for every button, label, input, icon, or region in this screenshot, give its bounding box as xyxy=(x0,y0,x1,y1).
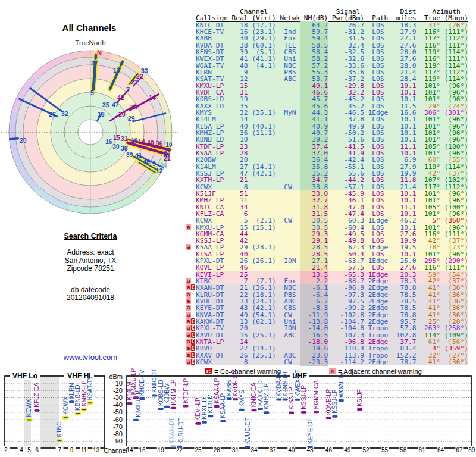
signal-level-chart: VHF LoVHF HiUHFC= Co-channel warninga= A… xyxy=(0,364,476,457)
channel-tick-label: 55 xyxy=(381,447,389,453)
station-label-WOAI-TV: WOAI-TV xyxy=(338,372,345,397)
station-label-KENS-DT: KENS-DT xyxy=(282,371,289,397)
criteria-address: Address: exact xyxy=(25,249,156,257)
station-label-KNIC-DT: KNIC-DT xyxy=(151,368,158,393)
channel-tick-label: 28 xyxy=(214,447,221,453)
warning-markers xyxy=(186,156,196,163)
tvfool-link[interactable]: www.tvfool.com xyxy=(25,353,156,362)
channel-spoke-label: 19 xyxy=(131,137,138,144)
warning-markers xyxy=(186,184,196,190)
station-label-KVUE-DT: KVUE-DT xyxy=(245,418,251,444)
station-label-KSSJ-LP: KSSJ-LP xyxy=(331,389,338,414)
warning-markers xyxy=(186,96,196,102)
dbm-tick-label: -30 xyxy=(113,394,123,401)
dbm-tick-label: -90 xyxy=(113,437,123,445)
channel-axis-label: Channel xyxy=(104,447,127,454)
adjacent-warning-icon: a xyxy=(186,278,191,284)
channel-spoke-label: 7 xyxy=(126,86,130,93)
dbm-tick-label: -10 xyxy=(113,380,123,387)
signal-marker-KXAN-DT xyxy=(171,445,176,447)
cochannel-warning-icon: C xyxy=(191,352,196,358)
channel-tick-label: 6 xyxy=(35,447,39,453)
signal-marker-KMYS xyxy=(239,409,245,411)
station-label-KSAT-TV: KSAT-TV xyxy=(87,375,93,400)
warning-markers xyxy=(186,130,196,136)
signal-marker-KTBC xyxy=(57,439,62,442)
station-label-KAXX-LD: KAXX-LD xyxy=(257,380,264,406)
signal-marker-WOAI-TV xyxy=(339,399,344,402)
adjacent-warning-icon: a xyxy=(186,352,191,358)
signal-marker-KGMM-CA xyxy=(314,411,319,413)
station-label-KABB: KABB xyxy=(226,380,233,396)
channel-tick-label: 64 xyxy=(437,447,444,453)
signal-marker-KEVI-LP xyxy=(195,422,201,425)
adjacent-warning-icon: a xyxy=(186,305,191,311)
warning-markers xyxy=(186,55,196,62)
page-title: All Channels xyxy=(24,23,155,33)
warning-markers: a xyxy=(186,224,196,231)
warning-markers: aC xyxy=(186,352,196,359)
warning-markers xyxy=(186,69,196,76)
station-label-KVDA-DT: KVDA-DT xyxy=(275,371,282,397)
channel-spoke-label: 20 xyxy=(20,137,27,144)
vhf-lo-label: VHF Lo xyxy=(12,372,37,380)
channel-spoke-label: 9 xyxy=(152,160,156,167)
station-label-KSSJ-LP: KSSJ-LP xyxy=(300,385,307,409)
warning-markers xyxy=(186,217,196,224)
channel-spoke-label: 18 xyxy=(98,111,105,118)
channel-tick-label: 13 xyxy=(93,447,100,453)
channel-spoke-label: 30 xyxy=(112,143,120,150)
channel-tick-label: 40 xyxy=(288,447,295,453)
signal-marker-KBNB-LD xyxy=(75,412,80,415)
channel-tick-label: 11 xyxy=(81,447,87,453)
warning-markers xyxy=(186,22,196,29)
adjacent-warning-icon: a xyxy=(186,318,191,324)
signal-marker-KMHZ-LP xyxy=(82,408,87,411)
channel-tick-label: 7 xyxy=(58,447,61,453)
signal-marker-KSSJ-LP xyxy=(301,411,306,414)
station-label-KEVI-LP: KEVI-LP xyxy=(195,397,201,421)
warning-markers xyxy=(186,264,196,271)
signal-marker-K51JF xyxy=(357,408,362,411)
channel-spoke-label: 31 xyxy=(121,135,128,142)
signal-marker-K14LM xyxy=(208,415,213,417)
station-label-KTDF-LP: KTDF-LP xyxy=(183,378,189,403)
station-label-KMHZ-LP: KMHZ-LP xyxy=(263,383,270,409)
warning-markers: a xyxy=(186,292,196,298)
signal-marker-KMHZ-LP xyxy=(264,411,269,414)
station-label-K20BW: K20BW xyxy=(164,383,170,403)
cochannel-warning-icon: C xyxy=(191,318,196,324)
warning-markers xyxy=(186,150,196,156)
channel-spoke-label: 39 xyxy=(126,151,133,158)
signal-marker-KCWX xyxy=(27,419,32,421)
station-label-KSAA-LP: KSAA-LP xyxy=(214,378,220,403)
station-label-KQVE-LP: KQVE-LP xyxy=(325,389,332,415)
station-label-KGMM-CA: KGMM-CA xyxy=(313,380,320,409)
cochannel-warning-icon: C xyxy=(191,345,196,351)
channel-spoke-label: 29 xyxy=(128,115,135,122)
warning-markers xyxy=(186,136,196,143)
warning-markers xyxy=(186,197,196,204)
warning-markers xyxy=(186,258,196,264)
adjacent-legend-text: = Adjacent channel warning xyxy=(338,368,422,375)
channel-tick-label: 14 xyxy=(126,447,133,453)
adjacent-warning-icon: a xyxy=(186,244,191,250)
signal-marker-KEYE-DT xyxy=(308,446,313,448)
channel-tick-label: 58 xyxy=(400,447,407,453)
channel-tick-label: 34 xyxy=(250,447,258,453)
station-label-KXTM-LP: KXTM-LP xyxy=(170,379,177,405)
signal-marker-KHCE-TV xyxy=(139,397,145,400)
cochannel-warning-icon: C xyxy=(191,339,196,345)
signal-marker-KTDF-LP xyxy=(183,405,189,408)
dbm-tick-label: -20 xyxy=(113,387,123,394)
signal-marker-KVDA-DT xyxy=(276,398,281,400)
channel-tick-label: 69 xyxy=(468,447,475,453)
warning-markers xyxy=(186,251,196,258)
channel-spoke-label: 26 xyxy=(49,111,56,118)
criteria-city: San Antonio, TX xyxy=(25,257,156,265)
warning-markers xyxy=(186,103,196,109)
dbm-tick-label: -70 xyxy=(113,423,123,430)
signal-marker-KSAT-TV xyxy=(87,402,93,404)
warning-markers xyxy=(186,271,196,278)
warning-markers xyxy=(186,204,196,211)
